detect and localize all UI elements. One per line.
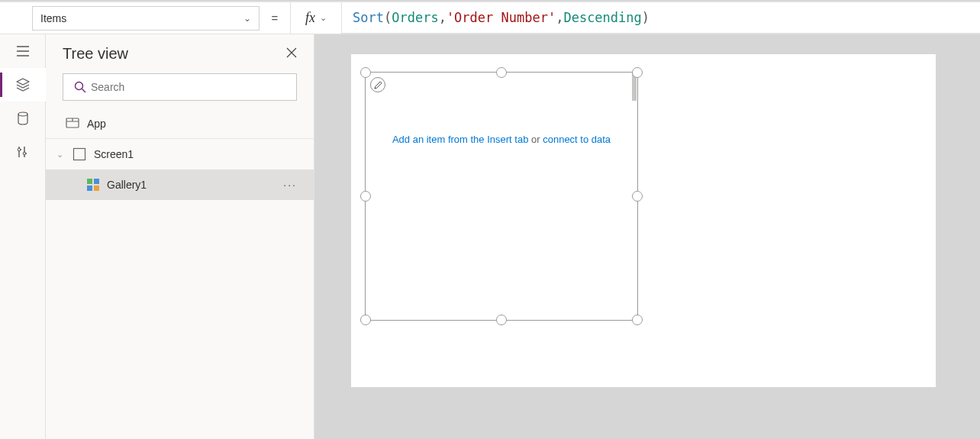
empty-text-middle: or — [528, 134, 543, 145]
tree-item-gallery[interactable]: Gallery1 ··· — [46, 169, 314, 200]
formula-token-function: Sort — [353, 10, 384, 25]
hamburger-icon — [16, 44, 30, 58]
insert-tab-link[interactable]: Add an item from the Insert tab — [392, 134, 528, 145]
tree-title: Tree view — [63, 45, 128, 63]
hamburger-button[interactable] — [0, 34, 46, 68]
tree-item-label: Screen1 — [94, 148, 134, 160]
tree-header: Tree view — [46, 34, 314, 73]
chevron-down-icon: ⌄ — [243, 13, 251, 24]
gallery-icon — [87, 179, 99, 191]
chevron-down-icon: ⌄ — [320, 13, 327, 23]
left-iconbar — [0, 34, 46, 439]
formula-token-comma: , — [439, 10, 446, 25]
property-dropdown[interactable]: Items ⌄ — [32, 6, 260, 31]
tree-list: App ⌄ Screen1 Gallery1 ··· — [46, 108, 314, 439]
formula-token-arg: Orders — [392, 10, 438, 25]
formula-token-string: 'Order Number' — [446, 10, 556, 25]
tree-item-app[interactable]: App — [46, 108, 314, 139]
svg-rect-5 — [74, 149, 85, 160]
screen-icon — [73, 147, 86, 161]
canvas-area: Add an item from the Insert tab or conne… — [314, 34, 980, 439]
database-icon — [16, 111, 30, 125]
advanced-nav[interactable] — [0, 135, 46, 169]
resize-handle-br[interactable] — [632, 315, 643, 325]
search-icon — [74, 81, 86, 93]
close-icon — [286, 47, 297, 58]
formula-token-arg: Descending — [563, 10, 641, 25]
svg-point-1 — [18, 148, 21, 151]
screen-canvas[interactable]: Add an item from the Insert tab or conne… — [351, 54, 936, 387]
search-input[interactable] — [91, 81, 290, 93]
chevron-down-icon: ⌄ — [56, 150, 63, 160]
search-wrap — [46, 73, 314, 108]
data-nav[interactable] — [0, 102, 46, 135]
pencil-icon — [374, 81, 382, 89]
property-selector-wrap: Items ⌄ — [0, 2, 260, 34]
tree-item-label: App — [87, 118, 106, 130]
fx-button[interactable]: fx ⌄ — [290, 2, 342, 34]
fx-icon: fx — [305, 10, 315, 26]
svg-rect-9 — [94, 186, 99, 191]
app-icon — [66, 117, 79, 131]
close-panel-button[interactable] — [286, 46, 297, 62]
tree-item-screen[interactable]: ⌄ Screen1 — [46, 139, 314, 169]
property-label: Items — [40, 12, 66, 24]
formula-bar: Items ⌄ = fx ⌄ Sort( Orders, 'Order Numb… — [0, 2, 980, 34]
svg-point-2 — [23, 152, 26, 155]
edit-badge[interactable] — [370, 77, 385, 92]
gallery-selection[interactable]: Add an item from the Insert tab or conne… — [365, 72, 638, 321]
formula-token-paren: ) — [642, 10, 650, 25]
svg-point-0 — [18, 112, 27, 116]
svg-rect-6 — [87, 179, 92, 184]
equals-label: = — [260, 2, 290, 34]
more-options-button[interactable]: ··· — [283, 179, 297, 191]
layers-icon — [16, 78, 30, 92]
svg-rect-8 — [87, 186, 92, 191]
resize-handle-bm[interactable] — [496, 315, 507, 325]
svg-point-3 — [76, 82, 83, 90]
resize-handle-tl[interactable] — [360, 67, 371, 78]
tree-view-nav[interactable] — [0, 68, 46, 102]
resize-handle-bl[interactable] — [360, 315, 371, 325]
resize-handle-ml[interactable] — [360, 191, 371, 202]
formula-token-paren: ( — [384, 10, 392, 25]
tree-view-panel: Tree view App ⌄ Screen — [46, 34, 314, 439]
resize-handle-tr[interactable] — [632, 67, 643, 78]
svg-rect-7 — [94, 179, 99, 184]
main-area: Tree view App ⌄ Screen — [0, 34, 980, 439]
resize-handle-tm[interactable] — [496, 67, 507, 78]
resize-handle-mr[interactable] — [632, 191, 643, 202]
formula-token-comma: , — [556, 10, 563, 25]
tree-item-label: Gallery1 — [107, 179, 147, 191]
gallery-empty-text: Add an item from the Insert tab or conne… — [366, 134, 637, 145]
connect-data-link[interactable]: connect to data — [543, 134, 611, 145]
search-box[interactable] — [63, 73, 297, 101]
tools-icon — [16, 145, 30, 159]
formula-input[interactable]: Sort( Orders, 'Order Number', Descending… — [342, 2, 980, 34]
